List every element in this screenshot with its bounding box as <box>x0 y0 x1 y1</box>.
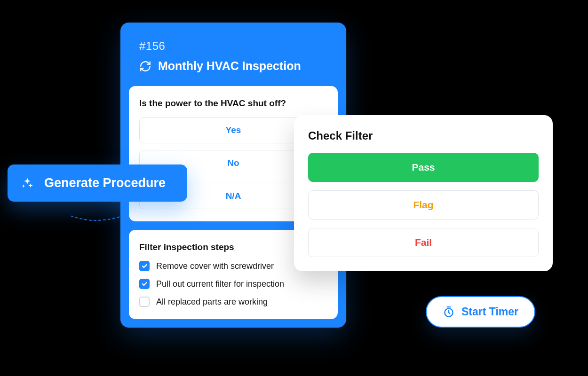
card-id: #156 <box>139 39 327 53</box>
checkbox-unchecked-icon[interactable] <box>139 297 150 307</box>
generate-button-label: Generate Procedure <box>44 176 166 190</box>
pass-button[interactable]: Pass <box>308 153 539 182</box>
generate-procedure-button[interactable]: Generate Procedure <box>8 164 187 202</box>
check-filter-card: Check Filter Pass Flag Fail <box>294 115 553 271</box>
checklist-item[interactable]: Pull out current filter for inspection <box>139 279 327 289</box>
question-title: Is the power to the HVAC shut off? <box>139 98 327 109</box>
timer-icon <box>443 306 455 318</box>
fail-button[interactable]: Fail <box>308 228 539 257</box>
flag-button[interactable]: Flag <box>308 190 539 219</box>
checkbox-checked-icon[interactable] <box>139 279 150 289</box>
checklist-item-label: All replaced parts are working <box>156 297 268 307</box>
checklist-item-label: Pull out current filter for inspection <box>156 279 284 289</box>
sync-icon <box>139 60 151 72</box>
sparkle-icon <box>21 177 34 190</box>
checklist-item[interactable]: All replaced parts are working <box>139 297 327 307</box>
card-title: Monthly HVAC Inspection <box>158 59 301 73</box>
timer-button-label: Start Timer <box>461 306 518 318</box>
checkbox-checked-icon[interactable] <box>139 261 150 271</box>
checklist-item-label: Remove cover with screwdriver <box>156 261 274 271</box>
start-timer-button[interactable]: Start Timer <box>426 296 535 328</box>
filter-title: Check Filter <box>308 129 539 142</box>
